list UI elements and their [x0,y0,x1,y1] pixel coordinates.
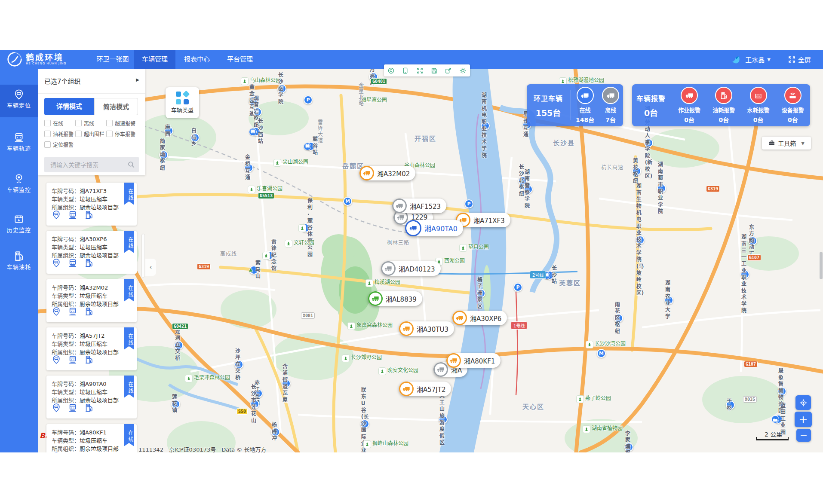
vehicle-marker[interactable]: 湘A30TU3 [399,321,454,336]
panel-scrollbar[interactable] [142,234,144,277]
track-icon[interactable] [68,355,77,364]
map-label: 雷锋纪念馆 [265,251,274,260]
road-shield: G319 [706,186,720,192]
locate-icon[interactable] [52,355,61,364]
panel-collapse-button[interactable]: ‹ [145,259,156,276]
map-label: 芙蓉区 [559,279,581,288]
map-label: 杭长高速 [601,165,623,171]
marker-plate-label: 湘A71XF3 [473,216,505,225]
status-ribbon: 在线 [124,183,134,205]
vehicle-marker[interactable]: 湘AD40123 [381,261,441,276]
locate-button[interactable] [795,395,811,410]
filter-checkbox[interactable]: 定位报警 [44,141,74,148]
vehicle-marker[interactable]: 湘AF1523 [392,199,446,213]
park-icon [298,224,306,232]
page-scrollbar[interactable] [820,252,823,279]
filter-checkbox[interactable]: 离线 [75,119,94,127]
truck-icon [381,261,396,276]
vehicle-type-button[interactable]: 车辆类型 [166,87,199,118]
vehicle-card[interactable]: 车牌号码：湘A57JT2车辆类型：垃圾压缩车所属组织：厨余垃圾项目部在线 [46,327,137,370]
locate-icon[interactable] [52,210,61,220]
marker-plate-label: 湘A57JT2 [417,385,445,394]
map-label: 湖南机电职业 技术学院 [481,121,490,130]
vehicle-marker[interactable]: 湘A80KF1 [446,353,501,368]
vehicle-actions [52,403,94,412]
fuel-icon[interactable] [84,307,94,316]
filter-checkbox[interactable]: 停车报警 [106,130,135,137]
map-label: 燕子岭公园 [576,395,611,403]
tablet-icon[interactable] [402,67,409,74]
user-name[interactable]: 王水晶 [745,55,765,64]
vehicle-marker[interactable]: 湘A90TA0 [405,220,463,236]
sidebar-item-2[interactable]: 车辆轨迹 [0,128,38,160]
track-icon[interactable] [68,210,77,220]
save-icon[interactable] [430,67,438,74]
vehicle-type: 车辆类型：垃圾压缩车 [52,339,107,348]
locate-icon[interactable] [52,307,61,316]
road-shield: G319 [197,263,211,270]
nav-item[interactable]: 报表中心 [175,50,218,69]
nav-item[interactable]: 平台管理 [218,50,261,69]
export-icon[interactable] [445,67,452,74]
filter-checkbox[interactable]: 超出围栏 [75,130,104,137]
sidebar-item-3[interactable]: 车辆监控 [0,169,38,202]
fuel-icon[interactable] [84,355,94,364]
sidebar-item-4[interactable]: 历史监控 [0,209,38,242]
nav-item[interactable]: 环卫一张图 [91,50,134,69]
brand-subtitle: HE CHENG HUAN JING [26,62,67,65]
fullscreen-icon [788,55,796,64]
expand-icon[interactable] [416,67,424,74]
vehicle-card[interactable]: 车牌号码：湘A71XF3车辆类型：垃圾压缩车所属组织：厨余垃圾项目部在线 [46,183,137,226]
squares-icon [176,92,189,104]
map-label: M麓谷站 [306,142,315,151]
track-icon[interactable] [68,403,77,412]
zoom-in-button[interactable]: + [795,412,812,427]
locate-icon[interactable] [52,403,61,412]
tab-detail-mode[interactable]: 详情模式 [44,98,94,115]
gear-icon[interactable] [459,67,467,74]
vehicle-plate: 车牌号码：湘A80KF1 [52,428,107,436]
filter-checkbox[interactable]: 在线 [44,119,63,127]
fuel-icon[interactable] [84,258,94,268]
vehicle-marker[interactable]: 湘A32M02 [359,166,415,180]
toolbox-button[interactable]: 工具箱 ▼ [762,137,811,150]
track-icon[interactable] [68,258,77,268]
expand-orgs-arrow-icon[interactable]: ▶ [136,77,139,82]
road-shield: G107 [747,254,761,261]
sidebar-item-label: 车辆监控 [0,185,38,193]
stats-item: 水耗报警0台 [747,87,770,124]
selected-orgs-label[interactable]: 已选7个组织 [44,76,81,86]
search-icon[interactable] [127,161,135,168]
fullscreen-button[interactable]: 全屏 [788,55,811,64]
fuel-icon[interactable] [84,210,94,220]
status-ribbon: 在线 [124,424,134,446]
zoom-out-button[interactable]: − [796,429,811,442]
track-icon[interactable] [68,307,77,316]
chevron-down-icon[interactable]: ▼ [767,57,771,62]
filter-checkbox[interactable]: 油耗报警 [44,130,74,137]
fuel-icon[interactable] [84,403,94,412]
tab-simple-mode[interactable]: 简洁模式 [94,98,138,115]
filter-checkbox[interactable]: 超速报警 [106,119,135,127]
vehicle-marker[interactable]: 湘A71XF3 [456,213,510,227]
sidebar-item-1[interactable]: 车辆定位 [0,85,38,117]
sidebar-item-5[interactable]: 车辆油耗 [0,246,38,279]
vehicle-marker[interactable]: 湘A30XP6 [452,311,507,325]
vehicle-marker[interactable]: 湘A57JT2 [399,382,451,396]
vehicle-marker[interactable]: 湘AL8839 [368,291,422,306]
map-label: 高成线 [220,251,237,258]
locate-icon[interactable] [52,258,61,268]
map-toolbar [384,64,470,76]
map-label: 湖南都市 职业学院 [657,184,666,193]
status-ribbon: 在线 [124,327,134,350]
search-input[interactable] [49,157,126,173]
map-label: 湖南三一工业 职业技术学院 [740,270,749,279]
vehicle-card[interactable]: 车牌号码：湘A90TA0车辆类型：垃圾压缩车所属组织：厨余垃圾项目部在线 [46,376,137,418]
map-label: M长沙西站 [252,127,261,136]
stats-item-label: 离线 [602,106,619,114]
copyright-icon[interactable] [387,67,395,74]
nav-item[interactable]: 车辆管理 [134,50,175,69]
map-label: 文轩公园 [285,240,314,247]
vehicle-card[interactable]: 车牌号码：湘A30XP6车辆类型：垃圾压缩车所属组织：厨余垃圾项目部在线 [46,231,137,274]
vehicle-card[interactable]: 车牌号码：湘A32M02车辆类型：垃圾压缩车所属组织：厨余垃圾项目部在线 [46,279,137,322]
